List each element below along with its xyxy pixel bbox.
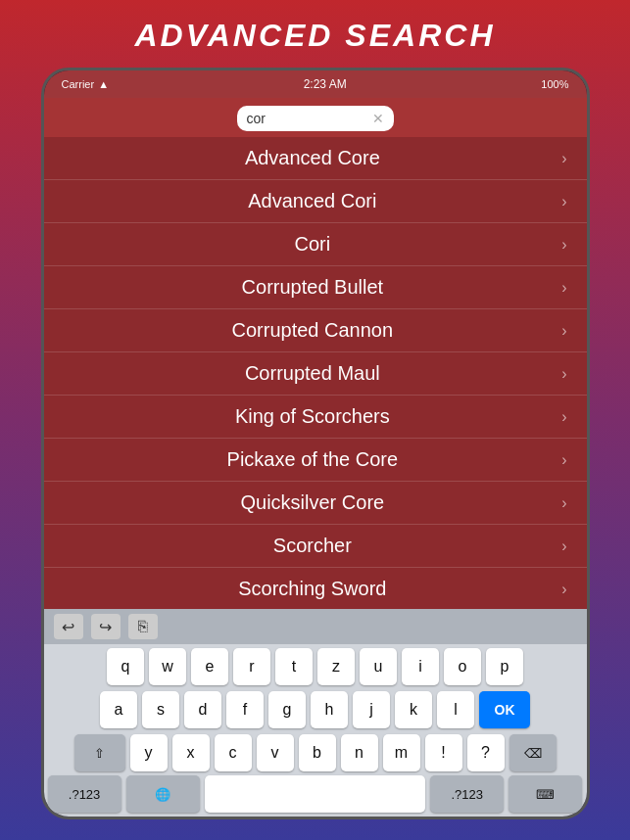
key-u[interactable]: u: [360, 648, 397, 685]
search-input[interactable]: cor: [247, 111, 372, 126]
battery-display: 100%: [541, 78, 568, 90]
redo-button[interactable]: ↪: [91, 614, 121, 639]
search-area: cor ✕: [44, 98, 587, 137]
key-d[interactable]: d: [184, 691, 221, 728]
keyboard-rows: qwertzuiopasdfghjklOK⇧yxcvbnm!?⌫: [44, 644, 587, 775]
numeric-key[interactable]: .?123: [48, 775, 121, 813]
key-o[interactable]: o: [444, 648, 481, 685]
result-item[interactable]: Pickaxe of the Core ›: [44, 439, 587, 482]
key-h[interactable]: h: [311, 691, 348, 728]
key-q[interactable]: q: [107, 648, 144, 685]
carrier-label: Carrier: [62, 78, 95, 90]
key-r[interactable]: r: [233, 648, 270, 685]
result-item-label: Quicksilver Core: [64, 491, 562, 514]
result-item[interactable]: Scorching Sword ›: [44, 568, 587, 609]
key-?[interactable]: ?: [467, 734, 505, 771]
result-item-label: Scorching Sword: [64, 578, 562, 600]
key-l[interactable]: l: [437, 691, 474, 728]
result-item[interactable]: Quicksilver Core ›: [44, 482, 587, 525]
result-item[interactable]: Corrupted Cannon ›: [44, 309, 587, 352]
keyboard-row: qwertzuiop: [48, 648, 583, 685]
key-j[interactable]: j: [353, 691, 390, 728]
key-c[interactable]: c: [215, 734, 252, 771]
key-m[interactable]: m: [383, 734, 420, 771]
page-title: Advanced Search: [135, 18, 496, 54]
result-item-label: Corrupted Bullet: [64, 276, 562, 299]
key-t[interactable]: t: [275, 648, 313, 685]
chevron-right-icon: ›: [561, 365, 566, 383]
wifi-icon: ▲: [98, 78, 109, 90]
key-k[interactable]: k: [395, 691, 432, 728]
key-g[interactable]: g: [268, 691, 306, 728]
keyboard-toolbar: ↩ ↪ ⎘: [44, 609, 587, 644]
search-input-wrapper[interactable]: cor ✕: [237, 106, 394, 131]
result-item-label: Advanced Core: [64, 147, 562, 169]
result-item[interactable]: Advanced Cori ›: [44, 180, 587, 223]
result-item-label: Pickaxe of the Core: [64, 448, 562, 471]
ok-button[interactable]: OK: [479, 691, 530, 728]
chevron-right-icon: ›: [561, 451, 566, 469]
time-display: 2:23 AM: [304, 77, 347, 91]
key-f[interactable]: f: [226, 691, 264, 728]
result-item[interactable]: Corrupted Maul ›: [44, 352, 587, 396]
key-p[interactable]: p: [486, 648, 523, 685]
chevron-right-icon: ›: [561, 322, 566, 340]
key-w[interactable]: w: [149, 648, 186, 685]
result-item-label: Corrupted Cannon: [64, 319, 562, 342]
undo-button[interactable]: ↩: [54, 614, 83, 639]
result-item-label: Advanced Cori: [64, 190, 562, 212]
key-![interactable]: !: [425, 734, 462, 771]
chevron-right-icon: ›: [561, 408, 566, 426]
chevron-right-icon: ›: [561, 494, 566, 512]
chevron-right-icon: ›: [561, 537, 566, 555]
space-key[interactable]: [205, 775, 425, 813]
chevron-right-icon: ›: [561, 581, 566, 598]
numeric-key-2[interactable]: .?123: [430, 775, 504, 813]
result-item-label: Cori: [64, 233, 562, 256]
result-item-label: Scorcher: [64, 535, 562, 557]
key-z[interactable]: z: [317, 648, 355, 685]
key-e[interactable]: e: [191, 648, 228, 685]
chevron-right-icon: ›: [561, 150, 566, 167]
keyboard-area: ↩ ↪ ⎘ qwertzuiopasdfghjklOK⇧yxcvbnm!?⌫ .…: [44, 609, 587, 817]
key-b[interactable]: b: [299, 734, 336, 771]
key-s[interactable]: s: [142, 691, 179, 728]
status-bar: Carrier ▲ 2:23 AM 100%: [44, 70, 587, 98]
shift-key[interactable]: ⇧: [74, 734, 125, 771]
result-item[interactable]: Scorcher ›: [44, 525, 587, 568]
keyboard-bottom-row: .?123 🌐 .?123 ⌨: [44, 775, 587, 813]
result-item[interactable]: Cori ›: [44, 223, 587, 266]
result-item[interactable]: Corrupted Bullet ›: [44, 266, 587, 309]
result-item-label: Corrupted Maul: [64, 362, 562, 385]
result-item[interactable]: Advanced Core ›: [44, 137, 587, 180]
key-n[interactable]: n: [341, 734, 378, 771]
carrier-info: Carrier ▲: [62, 78, 110, 90]
keyboard-row: asdfghjklOK: [48, 691, 583, 728]
keyboard-row: ⇧yxcvbnm!?⌫: [48, 734, 583, 771]
key-v[interactable]: v: [257, 734, 294, 771]
key-a[interactable]: a: [100, 691, 137, 728]
keyboard-dismiss-key[interactable]: ⌨: [509, 775, 582, 813]
results-list: Advanced Core › Advanced Cori › Cori › C…: [44, 137, 587, 609]
paste-button[interactable]: ⎘: [128, 614, 158, 639]
chevron-right-icon: ›: [561, 236, 566, 254]
backspace-key[interactable]: ⌫: [509, 734, 557, 771]
search-clear-icon[interactable]: ✕: [372, 111, 384, 126]
key-i[interactable]: i: [402, 648, 439, 685]
emoji-key[interactable]: 🌐: [126, 775, 200, 813]
key-y[interactable]: y: [130, 734, 168, 771]
key-x[interactable]: x: [172, 734, 210, 771]
chevron-right-icon: ›: [561, 193, 566, 210]
result-item-label: King of Scorchers: [64, 405, 562, 428]
chevron-right-icon: ›: [561, 279, 566, 297]
result-item[interactable]: King of Scorchers ›: [44, 396, 587, 439]
tablet-frame: Carrier ▲ 2:23 AM 100% cor ✕ Advanced Co…: [41, 68, 590, 819]
